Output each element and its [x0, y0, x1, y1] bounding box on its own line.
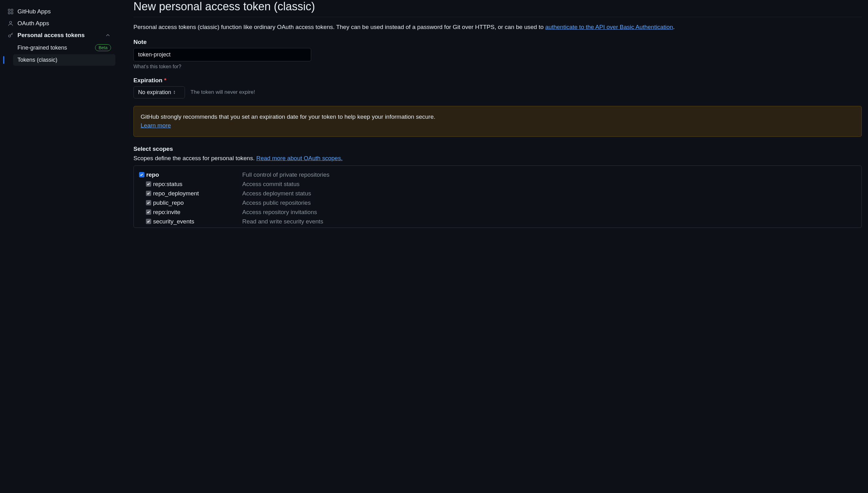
expiration-select[interactable]: No expiration — [133, 86, 185, 99]
expiration-warning: GitHub strongly recommends that you set … — [133, 106, 862, 137]
scope-name[interactable]: repo — [146, 171, 242, 178]
nav-label: GitHub Apps — [18, 8, 51, 15]
scope-checkbox[interactable] — [146, 191, 151, 196]
nav-oauth-apps[interactable]: OAuth Apps — [3, 18, 115, 29]
scope-row: repo:inviteAccess repository invitations — [134, 208, 862, 217]
scope-row: repo:statusAccess commit status — [134, 179, 862, 189]
scope-row: public_repoAccess public repositories — [134, 198, 862, 208]
scope-row: repoFull control of private repositories — [134, 170, 862, 179]
scope-name[interactable]: security_events — [153, 218, 242, 225]
scope-description: Access repository invitations — [242, 209, 317, 216]
scopes-section: Select scopes Scopes define the access f… — [133, 146, 862, 228]
nav-label: Tokens (classic) — [18, 57, 57, 63]
expiration-note: The token will never expire! — [190, 89, 255, 95]
note-input[interactable] — [133, 48, 311, 61]
scope-checkbox[interactable] — [146, 181, 151, 187]
nav-label: Personal access tokens — [18, 32, 84, 39]
select-arrows-icon — [174, 90, 175, 94]
scope-checkbox[interactable] — [146, 209, 151, 215]
nav-tokens-classic[interactable]: Tokens (classic) — [13, 54, 115, 66]
auth-api-link[interactable]: authenticate to the API over Basic Authe… — [545, 24, 673, 30]
page-title: New personal access token (classic) — [133, 0, 862, 17]
expiration-label: Expiration * — [133, 77, 862, 84]
scope-description: Read and write security events — [242, 218, 323, 225]
scope-row: repo_deploymentAccess deployment status — [134, 189, 862, 198]
scope-checkbox[interactable] — [146, 200, 151, 206]
scope-description: Full control of private repositories — [242, 171, 330, 178]
scopes-list: repoFull control of private repositories… — [133, 166, 862, 228]
key-icon — [7, 32, 14, 38]
svg-rect-0 — [8, 9, 10, 11]
scope-name[interactable]: repo:invite — [153, 209, 242, 216]
person-icon — [7, 20, 14, 26]
svg-point-5 — [8, 35, 10, 37]
nav-fine-grained-tokens[interactable]: Fine-grained tokens Beta — [13, 42, 115, 53]
note-label: Note — [133, 39, 862, 45]
page-description: Personal access tokens (classic) functio… — [133, 23, 862, 32]
apps-icon — [7, 8, 14, 15]
required-marker: * — [164, 77, 166, 84]
nav-github-apps[interactable]: GitHub Apps — [3, 6, 115, 18]
scope-name[interactable]: public_repo — [153, 199, 242, 206]
scope-name[interactable]: repo:status — [153, 181, 242, 188]
scope-description: Access deployment status — [242, 190, 311, 197]
sub-nav: Fine-grained tokens Beta Tokens (classic… — [3, 42, 115, 66]
note-section: Note What's this token for? — [133, 39, 862, 69]
scope-row: security_eventsRead and write security e… — [134, 217, 862, 226]
scope-checkbox[interactable] — [139, 172, 144, 177]
svg-point-4 — [10, 21, 12, 23]
note-hint: What's this token for? — [133, 64, 862, 69]
scope-description: Access commit status — [242, 181, 300, 188]
expiration-section: Expiration * No expiration The token wil… — [133, 77, 862, 99]
learn-more-link[interactable]: Learn more — [141, 122, 171, 129]
sidebar: GitHub Apps OAuth Apps Personal access t… — [0, 0, 119, 493]
scope-checkbox[interactable] — [146, 219, 151, 224]
expiration-value: No expiration — [138, 89, 171, 96]
nav-label: Fine-grained tokens — [18, 45, 67, 51]
svg-rect-1 — [11, 9, 13, 11]
scopes-heading: Select scopes — [133, 146, 862, 152]
main-content: New personal access token (classic) Pers… — [119, 0, 868, 493]
svg-rect-3 — [11, 12, 13, 14]
nav-label: OAuth Apps — [18, 20, 49, 27]
scope-name[interactable]: repo_deployment — [153, 190, 242, 197]
chevron-up-icon — [105, 32, 111, 38]
scopes-intro: Scopes define the access for personal to… — [133, 155, 862, 162]
beta-badge: Beta — [95, 44, 111, 51]
scope-description: Access public repositories — [242, 199, 311, 206]
oauth-scopes-link[interactable]: Read more about OAuth scopes. — [256, 155, 343, 162]
nav-personal-access-tokens[interactable]: Personal access tokens — [3, 29, 115, 41]
svg-rect-2 — [8, 12, 10, 14]
